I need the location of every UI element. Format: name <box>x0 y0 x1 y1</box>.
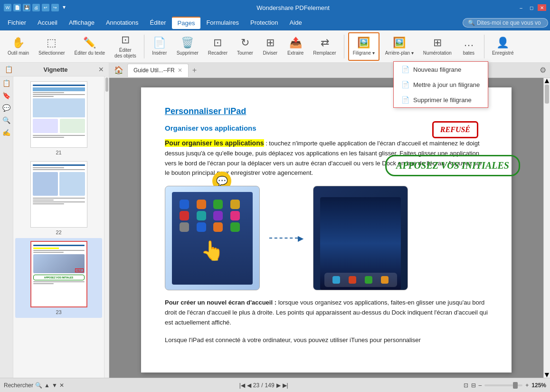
zoom-slider[interactable] <box>484 384 522 386</box>
toolbar-supprimer[interactable]: 🗑️ Supprimer <box>173 32 202 61</box>
toolbar-tourner[interactable]: ↻ Tourner <box>233 32 257 61</box>
sidebar-close-icon[interactable]: ✕ <box>98 66 104 73</box>
tab-close-icon[interactable]: ✕ <box>178 67 182 74</box>
menu-mettre-a-jour-filigrane[interactable]: 📄 Mettre à jour un filigrane <box>394 77 488 92</box>
page-end-icon[interactable]: ▶| <box>283 382 288 389</box>
pdf-content: Personnaliser l'iPad Organiser vos appli… <box>109 78 543 378</box>
window-controls[interactable]: – ◻ ✕ <box>517 4 546 11</box>
app-icon-4 <box>230 200 240 209</box>
ipad-screen-1: 👆 <box>172 192 253 285</box>
toolbar-editer-texte[interactable]: ✏️ Éditer du texte <box>71 32 109 61</box>
delete-watermark-icon: 📄 <box>401 96 409 104</box>
menu-accueil[interactable]: Accueil <box>32 17 63 29</box>
app-icon-10 <box>197 222 206 232</box>
menu-nouveau-filigrane[interactable]: 📄 Nouveau filigrane <box>394 62 488 77</box>
mettre-a-jour-label: Mettre à jour un filigrane <box>413 81 480 88</box>
home-icon[interactable]: 🏠 <box>111 64 126 76</box>
toolbar-enregistre[interactable]: 👤 Enregistré <box>488 32 518 61</box>
edit-text-icon: ✏️ <box>83 37 96 49</box>
thumbnail-item-21[interactable]: 21 <box>15 78 102 158</box>
menu-formulaires[interactable]: Formulaires <box>200 17 245 29</box>
thumbnail-num-21: 21 <box>56 150 61 155</box>
zoom-in-icon[interactable]: + <box>525 382 529 389</box>
toolbar-arriere-plan[interactable]: 🖼️ Arrière-plan ▾ <box>381 32 417 61</box>
tool-thumbnail-icon[interactable]: 📋 <box>2 79 10 87</box>
search-up-icon[interactable]: ▲ <box>44 382 50 389</box>
toolbar-diviser[interactable]: ⊞ Diviser <box>259 32 282 61</box>
search-input[interactable] <box>477 19 543 26</box>
bates-icon: … <box>464 37 474 49</box>
status-left: Rechercher 🔍 ▲ ▼ ✕ <box>4 382 64 389</box>
sidebar-scroll-thumb[interactable] <box>105 77 108 92</box>
toolbar-editer-objets[interactable]: ⊡ Éditerdes objets <box>111 32 140 61</box>
watermark-refused: REFUSÉ <box>432 121 478 138</box>
toolbar-selectionner[interactable]: ⬚ Sélectionner <box>35 32 69 61</box>
app-icon-2 <box>197 200 206 209</box>
sidebar-scroll[interactable] <box>104 76 109 378</box>
tool-search-icon[interactable]: 🔍 <box>2 116 10 124</box>
zoom-out-icon[interactable]: – <box>479 382 482 389</box>
search-prev-icon[interactable]: 🔍 <box>35 382 42 389</box>
menu-pages[interactable]: Pages <box>172 17 201 29</box>
menu-annotations[interactable]: Annotations <box>100 17 144 29</box>
page-next-icon[interactable]: ▶ <box>276 382 281 389</box>
app-icon-3 <box>213 200 223 209</box>
pdf-page: Personnaliser l'iPad Organiser vos appli… <box>141 87 512 373</box>
toolbar-remplacer[interactable]: ⇄ Remplacer <box>309 32 340 61</box>
menu-protection[interactable]: Protection <box>245 17 284 29</box>
pdf-area: Personnaliser l'iPad Organiser vos appli… <box>109 78 550 378</box>
toolbar-outil-main[interactable]: ✋ Outil main <box>4 32 33 61</box>
menu-supprimer-filigrane[interactable]: 📄 Supprimer le filigrane <box>394 92 488 107</box>
thumbnail-item-23[interactable]: REF APPOSEZ VOS INITIALES 23 <box>15 238 102 318</box>
minimize-button[interactable]: – <box>517 4 525 11</box>
fit-page-icon[interactable]: ⊡ <box>464 382 468 389</box>
search-down-icon[interactable]: ▼ <box>52 382 57 389</box>
menu-editer[interactable]: Éditer <box>144 17 172 29</box>
tab-guide[interactable]: Guide Util...--FR ✕ <box>127 64 189 77</box>
arrow-dotted: ▶ <box>269 234 303 243</box>
images-row: 💬 <box>165 186 488 290</box>
body-paragraph-2: Pour créer un nouvel écran d'accueil : l… <box>165 298 488 327</box>
tool-signature-icon[interactable]: ✍ <box>2 129 10 136</box>
search-box[interactable]: 🔍 <box>463 18 548 28</box>
toolbar-bates[interactable]: … bates <box>457 32 480 61</box>
page-prev-icon[interactable]: ◀ <box>247 382 251 389</box>
search-icon: 🔍 <box>468 19 475 26</box>
toolbar-extraire[interactable]: 📤 Extraire <box>284 32 307 61</box>
toolbar-numerotation[interactable]: ⊞ Numérotation <box>419 32 455 61</box>
app-icon-8 <box>230 211 240 220</box>
thumbnail-image-22 <box>30 161 87 228</box>
thumbnail-item-22[interactable]: 22 <box>15 158 102 238</box>
toolbar: ✋ Outil main ⬚ Sélectionner ✏️ Éditer du… <box>0 30 550 63</box>
scroll-up-button[interactable]: ▲ <box>544 78 550 84</box>
restore-button[interactable]: ◻ <box>527 4 536 11</box>
toolbar-recadrer[interactable]: ⊡ Recadrer <box>204 32 231 61</box>
scroll-down-button[interactable]: ▼ <box>544 372 550 378</box>
search-close-icon[interactable]: ✕ <box>59 382 64 389</box>
tool-comment-icon[interactable]: 💬 <box>2 104 10 112</box>
insert-icon: 📄 <box>153 37 166 49</box>
status-bar: Rechercher 🔍 ▲ ▼ ✕ |◀ ◀ 23 / 149 ▶ ▶| ⊡ … <box>0 378 550 392</box>
fit-width-icon[interactable]: ⊟ <box>471 382 476 389</box>
dock-icon-3 <box>365 276 372 284</box>
toolbar-filigrane[interactable]: 🖼️ Filigrane ▾ <box>348 32 379 61</box>
ipad-image-1: 👆 <box>165 186 260 290</box>
menu-aide[interactable]: Aide <box>284 17 308 29</box>
doc-scrollbar[interactable]: ▲ ▼ <box>543 78 550 378</box>
thumbnail-num-22: 22 <box>56 229 61 235</box>
close-button[interactable]: ✕ <box>538 4 546 11</box>
body-text-2-bold: Pour créer un nouvel écran d'accueil : <box>165 299 276 306</box>
toolbar-inserer[interactable]: 📄 Insérer <box>148 32 171 61</box>
dock-icon-4 <box>381 276 389 284</box>
settings-icon[interactable]: ⚙ <box>538 64 548 76</box>
tool-bookmark-icon[interactable]: 🔖 <box>2 92 10 99</box>
page-start-icon[interactable]: |◀ <box>239 382 245 389</box>
menu-affichage[interactable]: Affichage <box>63 17 100 29</box>
sidebar-toggle-icon[interactable]: 📋 <box>5 66 13 73</box>
split-icon: ⊞ <box>266 37 275 49</box>
title-bar-icons: W 📄 💾 🖨 ↩ ↪ ▾ <box>4 4 66 11</box>
tab-add-icon[interactable]: + <box>190 66 199 75</box>
menu-fichier[interactable]: Fichier <box>2 17 32 29</box>
print-icon: 🖨 <box>32 4 40 11</box>
scroll-thumb[interactable] <box>545 85 549 104</box>
